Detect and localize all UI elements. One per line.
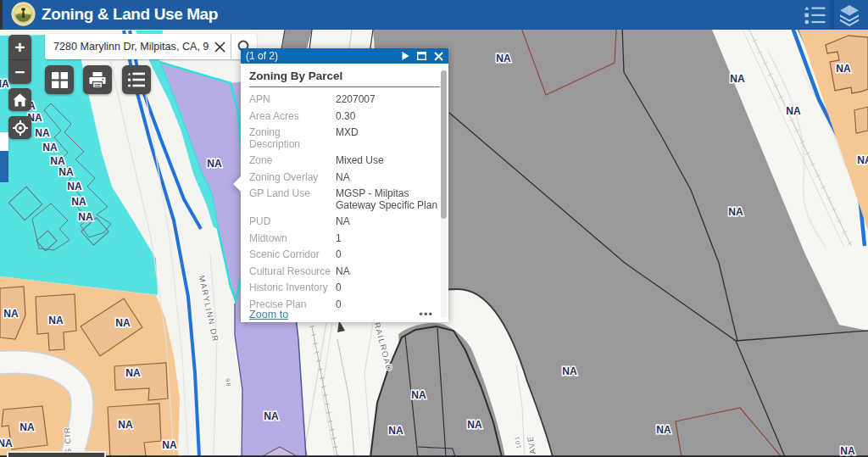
popup-footer: Zoom to ••• (241, 308, 448, 320)
na-label: NA (35, 127, 50, 139)
field-label: GP Land Use (249, 188, 331, 211)
popup-field-row: Zoning DescriptionMXD (249, 127, 440, 150)
na-label: NA (656, 424, 671, 436)
na-label: NA (50, 155, 65, 167)
layer-list-button[interactable] (122, 65, 151, 94)
search-input[interactable] (45, 35, 209, 59)
field-value: Mixed Use (336, 155, 440, 167)
na-label: NA (162, 439, 177, 451)
popup-body: Zoning By Parcel APN2207007Area Acres0.3… (241, 64, 448, 322)
home-icon (13, 93, 27, 107)
app-header: Zoning & Land Use Map (0, 0, 868, 30)
na-label: NA (264, 410, 279, 422)
legend-icon[interactable] (799, 0, 830, 30)
clear-search-icon[interactable] (209, 35, 231, 59)
field-label: Scenic Corridor (249, 249, 331, 261)
header-left-edge (0, 0, 3, 30)
field-value: MXD (336, 127, 440, 150)
layers-icon[interactable] (834, 0, 865, 30)
na-label: NA (728, 206, 743, 218)
na-label: NA (58, 166, 74, 178)
na-label: NA (67, 181, 82, 192)
page-title: Zoning & Land Use Map (42, 5, 218, 24)
na-label: NA (786, 105, 801, 117)
field-value: 2207007 (336, 94, 440, 106)
popup-close-icon[interactable] (434, 52, 443, 61)
na-label: NA (42, 142, 58, 153)
search-box (45, 34, 257, 59)
na-label: NA (3, 308, 19, 320)
popup-field-row: Cultural ResourceNA (249, 266, 440, 278)
popup-scrollbar-thumb[interactable] (441, 70, 447, 219)
na-label: NA (48, 315, 64, 326)
popup-field-row: GP Land UseMGSP - Milpitas Gateway Speci… (249, 188, 440, 211)
na-label: NA (125, 367, 141, 379)
coordinate-widget-edge (7, 451, 106, 457)
popup-title: Zoning By Parcel (249, 66, 440, 87)
field-value: MGSP - Milpitas Gateway Specific Plan (336, 188, 440, 211)
city-seal-logo (11, 2, 36, 26)
popup-field-row: Historic Inventory0 (249, 282, 440, 294)
field-value: NA (336, 266, 440, 278)
popup-field-row: APN2207007 (249, 94, 440, 106)
na-label: NA (115, 317, 131, 329)
collapsed-panel-white[interactable] (0, 132, 8, 151)
field-label: Midtown (249, 233, 331, 245)
na-label: NA (388, 425, 403, 437)
feature-popup: (1 of 2) Zoning By Parcel APN2207007Area… (241, 48, 448, 322)
popup-field-row: Area Acres0.30 (249, 111, 440, 123)
na-label: NA (207, 158, 222, 170)
zoom-control: + − (8, 35, 31, 84)
grid-icon (52, 72, 68, 88)
field-label: PUD (249, 216, 331, 228)
popup-pager: (1 of 2) (246, 50, 402, 62)
basemap-gallery-button[interactable] (45, 65, 74, 94)
collapsed-panel-blue[interactable] (0, 151, 8, 182)
na-label: NA (857, 154, 868, 166)
street-label: S CIR (62, 426, 73, 454)
popup-field-row: ZoneMixed Use (249, 155, 440, 167)
field-label: Zoning Overlay (249, 172, 331, 184)
popup-pointer (233, 176, 242, 192)
printer-icon (89, 72, 106, 88)
field-label: Zoning Description (249, 127, 331, 150)
field-value: 0 (336, 249, 440, 261)
zoning-map-app: NANANANANANANANANANANANANANANANANANANANA… (0, 0, 868, 457)
na-label: NA (496, 53, 511, 64)
popup-header: (1 of 2) (241, 48, 448, 64)
na-label: NA (71, 196, 86, 208)
field-label: Historic Inventory (249, 282, 331, 294)
field-value: 0.30 (336, 111, 440, 123)
crosshair-icon (13, 120, 28, 136)
na-label: NA (19, 421, 35, 433)
locate-button[interactable] (8, 116, 31, 139)
popup-attribute-table: APN2207007Area Acres0.30Zoning Descripti… (249, 94, 440, 310)
popup-more-icon[interactable]: ••• (419, 308, 440, 320)
na-label: NA (0, 437, 13, 449)
zoom-out-button[interactable]: − (8, 60, 31, 85)
zoom-in-button[interactable]: + (8, 35, 31, 60)
field-label: APN (249, 94, 331, 106)
popup-next-icon[interactable] (402, 52, 409, 60)
popup-field-row: Scenic Corridor0 (249, 249, 440, 261)
field-label: Area Acres (249, 111, 331, 123)
field-value: 1 (336, 233, 440, 245)
zoom-to-link[interactable]: Zoom to (249, 309, 419, 320)
print-button[interactable] (83, 65, 112, 94)
popup-field-row: PUDNA (249, 216, 440, 228)
home-button[interactable] (8, 88, 31, 111)
field-label: Cultural Resource (249, 266, 331, 278)
field-value: NA (336, 172, 440, 184)
na-label: NA (840, 445, 855, 457)
na-label: NA (78, 211, 93, 223)
na-label: NA (411, 389, 426, 401)
popup-scrollbar (441, 67, 447, 318)
popup-maximize-icon[interactable] (417, 52, 426, 60)
na-label: NA (118, 419, 133, 431)
field-value: NA (336, 216, 440, 228)
na-label: NA (467, 419, 482, 431)
building (854, 107, 868, 133)
popup-field-row: Zoning OverlayNA (249, 172, 440, 184)
list-icon (128, 72, 145, 87)
na-label: NA (562, 365, 577, 377)
